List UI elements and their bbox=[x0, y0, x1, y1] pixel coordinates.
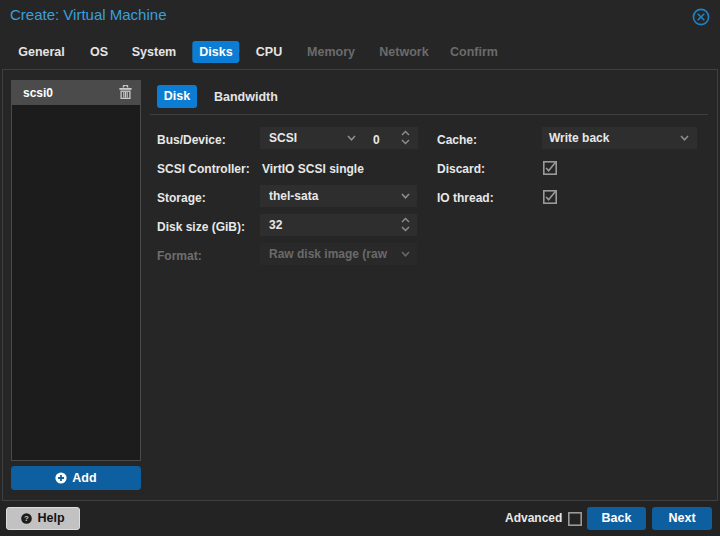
svg-text:?: ? bbox=[25, 514, 30, 523]
